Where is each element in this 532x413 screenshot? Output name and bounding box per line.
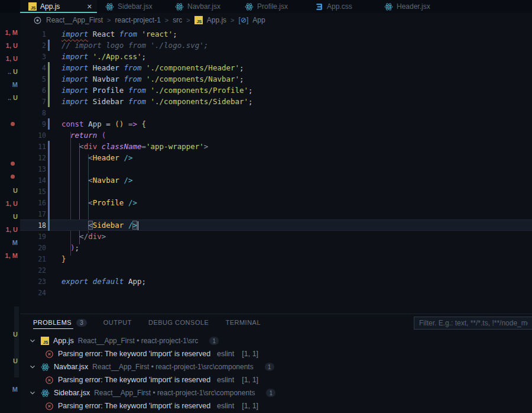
code-line-8[interactable]: 8 — [20, 107, 532, 118]
breadcrumb-item[interactable]: react-project-1 — [115, 16, 160, 24]
token: ; — [248, 86, 253, 95]
code-line-20[interactable]: 20 ); — [20, 242, 532, 253]
line-number: 4 — [20, 64, 46, 72]
token: import — [61, 63, 88, 72]
explorer-file-badge[interactable]: 1, U — [6, 200, 18, 209]
token: './components/Sidebar' — [151, 97, 249, 106]
javascript-file-icon: JS — [41, 337, 49, 345]
explorer-file-badge[interactable]: M — [12, 239, 18, 249]
tab-header-jsx[interactable]: Header.jsx — [376, 0, 446, 13]
code-line-17[interactable]: 17 — [20, 208, 532, 220]
token — [97, 142, 102, 151]
panel-tab-output[interactable]: OUTPUT — [103, 314, 132, 331]
token: ( — [102, 131, 106, 140]
badge-text: .. — [8, 68, 13, 75]
line-number: 20 — [20, 244, 46, 252]
code-line-19[interactable]: 19 </div> — [20, 231, 532, 242]
breadcrumb-item[interactable]: React__App_First — [46, 16, 103, 24]
token — [146, 97, 151, 106]
explorer-scrollbar[interactable] — [14, 306, 19, 377]
code-line-11[interactable]: 11 <div className='app-wrapper'> — [20, 141, 532, 152]
git-gutter — [46, 96, 52, 107]
code-line-3[interactable]: 3import './App.css'; — [20, 51, 532, 62]
problems-list: JSApp.jsReact__App_First • react-project… — [20, 331, 532, 412]
code-text: import Header from './components/Header'… — [52, 63, 244, 72]
panel-tab-debug-console[interactable]: DEBUG CONSOLE — [148, 314, 209, 331]
tab-navbar-jsx[interactable]: Navbar.jsx — [167, 0, 236, 13]
code-line-6[interactable]: 6import Profile from './components/Profi… — [20, 85, 532, 96]
explorer-file-badge[interactable]: 1, U — [6, 42, 18, 51]
breadcrumb: React__App_First>react-project-1>src>JSA… — [20, 13, 532, 27]
line-number: 8 — [20, 109, 46, 117]
token: className — [102, 142, 142, 151]
problem-group-sidebar-jsx[interactable]: Sidebar.jsxReact__App_First • react-proj… — [20, 386, 532, 399]
code-line-24[interactable]: 24 — [20, 287, 532, 298]
explorer-file-badge[interactable]: .. U — [8, 94, 18, 104]
code-line-18[interactable]: 18 <Sidebar /> — [20, 220, 532, 231]
line-number: 13 — [20, 165, 46, 173]
explorer-file-badge[interactable]: M — [12, 81, 18, 91]
breadcrumb-separator: > — [107, 17, 111, 24]
explorer-file-badge[interactable]: 1, M — [5, 252, 18, 262]
explorer-error-dot — [11, 122, 15, 126]
problem-group-app-js[interactable]: JSApp.jsReact__App_First • react-project… — [20, 334, 532, 347]
breadcrumb-item[interactable]: src — [173, 16, 182, 24]
code-line-13[interactable]: 13 — [20, 163, 532, 175]
code-line-16[interactable]: 16 <Profile /> — [20, 197, 532, 208]
token: export — [61, 277, 88, 286]
code-line-4[interactable]: 4import Header from './components/Header… — [20, 62, 532, 73]
code-line-2[interactable]: 2// import logo from './logo.svg'; — [20, 40, 532, 51]
explorer-file-badge[interactable]: M — [12, 386, 18, 395]
chevron-down-icon[interactable] — [28, 389, 37, 397]
code-line-15[interactable]: 15 — [20, 186, 532, 197]
tab-app-js[interactable]: JSApp.js✕ — [20, 0, 97, 13]
breadcrumb-separator: > — [186, 17, 190, 24]
problem-group-navbar-jsx[interactable]: Navbar.jsxReact__App_First • react-proje… — [20, 360, 532, 373]
explorer-file-badge[interactable]: 1, U — [6, 226, 18, 235]
problem-item[interactable]: Parsing error: The keyword 'import' is r… — [20, 347, 532, 360]
token — [61, 176, 88, 185]
explorer-file-badge[interactable]: 1, M — [5, 29, 18, 38]
explorer-file-badge[interactable]: 1, U — [6, 55, 18, 64]
problem-count-badge: 1 — [266, 389, 275, 397]
code-line-5[interactable]: 5import Navbar from './components/Navbar… — [20, 73, 532, 85]
code-line-9[interactable]: 9const App = () => { — [20, 118, 532, 130]
code-line-21[interactable]: 21} — [20, 253, 532, 264]
chevron-down-icon[interactable] — [28, 337, 37, 345]
panel-tab-problems[interactable]: PROBLEMS3 — [33, 314, 87, 331]
breadcrumb-file[interactable]: App.js — [207, 16, 226, 24]
git-gutter — [46, 208, 52, 220]
code-line-12[interactable]: 12 <Header /> — [20, 152, 532, 163]
badge-text: M — [12, 81, 18, 88]
code-line-7[interactable]: 7import Sidebar from './components/Sideb… — [20, 96, 532, 107]
badge-text: 1, U — [6, 42, 18, 49]
tab-label: Navbar.jsx — [187, 2, 220, 11]
problem-item[interactable]: Parsing error: The keyword 'import' is r… — [20, 373, 532, 386]
git-modified-bar — [48, 208, 50, 220]
react-file-icon — [384, 2, 393, 11]
git-gutter — [46, 73, 52, 85]
token: Header — [93, 153, 119, 162]
chevron-down-icon[interactable] — [28, 363, 37, 371]
line-number: 10 — [20, 131, 46, 140]
tab-sidebar-jsx[interactable]: Sidebar.jsx — [97, 0, 167, 13]
problems-filter-input[interactable] — [414, 317, 532, 330]
code-line-23[interactable]: 23export default App; — [20, 276, 532, 287]
tab-profile-jsx[interactable]: Profile.jsx — [236, 0, 306, 13]
explorer-file-badge[interactable]: .. U — [8, 68, 18, 78]
problem-item[interactable]: Parsing error: The keyword 'import' is r… — [20, 399, 532, 412]
code-line-14[interactable]: 14 <Navbar /> — [20, 175, 532, 186]
code-line-1[interactable]: 1import React from 'react'; — [20, 28, 532, 40]
tab-app-css[interactable]: App.css — [306, 0, 376, 13]
git-modified-bar — [48, 141, 50, 152]
close-tab-icon[interactable]: ✕ — [87, 4, 92, 10]
token: const — [61, 120, 84, 128]
tab-bar: JSApp.js✕Sidebar.jsxNavbar.jsxProfile.js… — [20, 0, 532, 13]
breadcrumb-symbol[interactable]: App — [252, 16, 265, 24]
code-editor[interactable]: 1import React from 'react';2// import lo… — [20, 27, 532, 314]
explorer-file-badge[interactable]: U — [13, 187, 18, 196]
code-line-10[interactable]: 10 return ( — [20, 130, 532, 141]
explorer-file-badge[interactable]: U — [13, 213, 18, 222]
code-line-22[interactable]: 22 — [20, 264, 532, 276]
panel-tab-terminal[interactable]: TERMINAL — [225, 314, 261, 331]
